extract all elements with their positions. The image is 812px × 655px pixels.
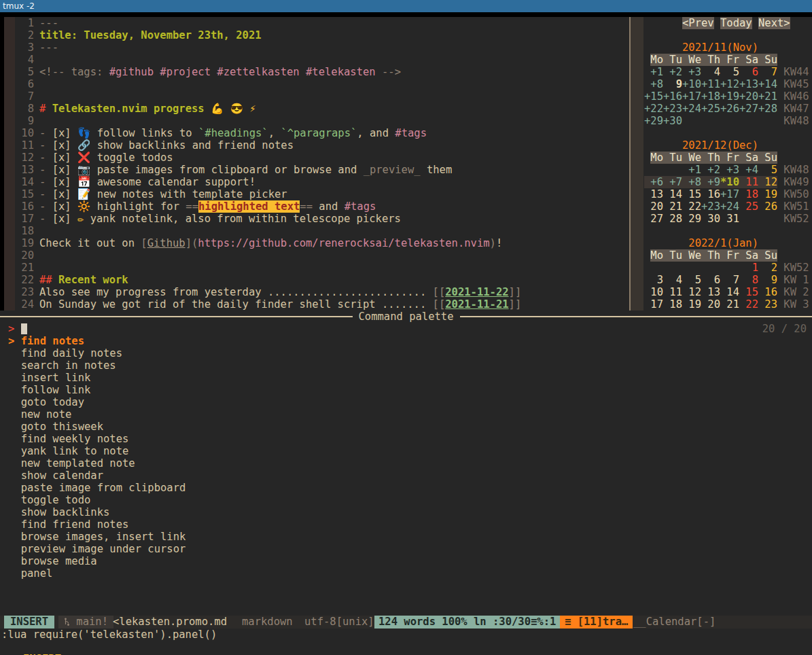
window-gap [0,12,812,17]
calendar-row[interactable]: 20 21 22+23+24 25 26 KW51 [644,200,812,213]
calendar-row[interactable]: 27 28 29 30 31 KW52 [644,213,812,225]
calendar-row[interactable]: 2021/12(Dec) [644,139,812,152]
calendar-nav-button[interactable]: <Prev [682,17,714,29]
palette-item[interactable]: search in notes [0,359,639,372]
text-segment: 🔆 [77,200,90,213]
palette-prompt-input[interactable]: > [0,323,812,335]
calendar-row[interactable]: +6 +7 +8 +9*10 11 12 KW49 [644,176,812,188]
calendar-row[interactable]: 10 11 12 13 14 15 16 KW 2 [644,286,812,298]
calendar-row[interactable]: 17 18 19 20 21 22 23 KW 3 [644,298,812,311]
hashtag[interactable]: #zettelkasten [217,66,299,78]
palette-item[interactable]: panel [0,567,639,580]
calendar-row[interactable]: Mo Tu We Th Fr Sa Su [644,249,812,262]
calendar-row[interactable]: +22+23+24+25+26+27+28 KW47 [644,103,812,115]
palette-item[interactable]: yank link to note [0,445,639,457]
hashtag[interactable]: #project [160,66,211,78]
editor-buffer[interactable]: 1---2title: Tuesday, November 23th, 2021… [15,17,626,311]
external-url[interactable]: https://github.com/renerocksai/telekaste… [198,237,489,249]
text-segment: ❌ [77,152,90,164]
note-link[interactable]: 2021-11-21 [445,298,508,311]
palette-item[interactable]: paste image from clipboard [0,482,639,494]
calendar-row[interactable]: 3 4 5 6 7 8 9 KW 1 [644,274,812,286]
palette-item[interactable]: browse images, insert link [0,531,639,543]
text-segment [644,249,650,262]
editor-line: 10- [x] 👣 follow links to `#headings`, `… [15,127,626,139]
palette-item[interactable]: find friend notes [0,518,639,531]
palette-item-label: goto thisweek [21,421,103,433]
calendar-nav-button[interactable]: Today [720,17,752,29]
text-segment [752,17,758,29]
line-number: 14 [15,176,34,188]
line-number: 13 [15,164,34,176]
calendar-day-sunday: 23 [758,298,777,311]
github-link[interactable]: Github [147,237,186,249]
editor-line: 8# Telekasten.nvim progress 💪 😎 ⚡ [15,103,626,115]
command-line[interactable]: :lua require('telekasten').panel() [1,629,217,641]
calendar-row[interactable]: 2021/11(Nov) [644,41,812,54]
window-titlebar[interactable]: tmux -2 [0,0,812,12]
palette-item[interactable]: show backlinks [0,506,639,518]
text-segment: , [268,127,281,139]
editor-line: 16- [x] 🔆 highlight for ==highlighted te… [15,200,626,213]
calendar-row[interactable]: +1 +2 +3 4 5 6 7 KW44 [644,66,812,78]
calendar-row[interactable]: +8 9+10+11+12+13+14 KW45 [644,78,812,90]
palette-item[interactable]: preview image under cursor [0,543,639,555]
hashtag[interactable]: #telekasten [306,66,376,78]
palette-item[interactable]: goto thisweek [0,421,639,433]
text-segment: ]] [509,286,522,298]
palette-item[interactable]: new templated note [0,457,639,470]
palette-item[interactable]: find weekly notes [0,433,639,445]
calendar-row[interactable]: 2022/1(Jan) [644,237,812,249]
item-indent [8,347,21,359]
calendar-row[interactable]: +15+16+17+18+19+20+21 KW46 [644,90,812,103]
calendar-panel[interactable]: <Prev Today Next> 2021/11(Nov) Mo Tu We … [644,17,812,311]
palette-item[interactable]: find daily notes [0,347,639,359]
line-number: 4 [15,54,34,66]
hashtag[interactable]: #tags [345,200,376,213]
line-number: 15 [15,188,34,200]
palette-item[interactable]: toggle todo [0,494,639,506]
text-segment [644,237,688,249]
hashtag[interactable]: #github [109,66,154,78]
text-segment: [x] [52,127,77,139]
calendar-row[interactable]: +29+30 KW48 [644,115,812,127]
calendar-row[interactable]: Mo Tu We Th Fr Sa Su [644,54,812,66]
palette-item[interactable]: goto today [0,396,639,408]
calendar-row[interactable] [644,29,812,41]
palette-item[interactable]: > find notes [0,335,639,347]
calendar-day-sunday: 26 [758,200,777,213]
calendar-day-sunday: 5 [758,164,777,176]
text-segment: == [186,200,198,213]
item-indent [8,506,21,518]
calendar-week-number: KW44 [777,66,809,78]
palette-item[interactable]: follow link [0,384,639,396]
palette-item[interactable]: show calendar [0,470,639,482]
note-link[interactable]: 2021-11-22 [445,286,508,298]
inline-code: `#headings` [198,127,268,139]
text-segment: == [300,200,313,213]
calendar-nav-button[interactable]: Next> [758,17,790,29]
heading-text: Telekasten.nvim progress [52,103,211,115]
text-segment: [x] [52,164,77,176]
calendar-row[interactable] [644,225,812,237]
calendar-row[interactable]: 13 14 15 16+17 18 19 KW50 [644,188,812,200]
text-segment [644,164,682,176]
calendar-week-number: KW46 [777,90,809,103]
calendar-row[interactable]: <Prev Today Next> [644,17,812,29]
palette-item[interactable]: browse media [0,555,639,567]
calendar-day-with-note: +1 +2 +3 [644,66,701,78]
calendar-day: 3 4 5 6 7 [644,274,739,286]
text-segment: ]( [186,237,198,249]
editor-line: 3--- [15,41,626,54]
calendar-row[interactable]: Mo Tu We Th Fr Sa Su [644,152,812,164]
calendar-row[interactable]: +1 +2 +3 +4 5 KW48 [644,164,812,176]
palette-item[interactable]: insert link [0,372,639,384]
hashtag[interactable]: #tags [395,127,427,139]
calendar-day-with-note: +23+24 [701,200,739,213]
palette-item[interactable]: new note [0,408,639,421]
calendar-row[interactable]: 1 2 KW52 [644,262,812,274]
calendar-row[interactable] [644,127,812,139]
text-segment [90,176,96,188]
text-segment: show backlinks and friend notes [97,139,294,152]
item-indent [8,518,21,531]
